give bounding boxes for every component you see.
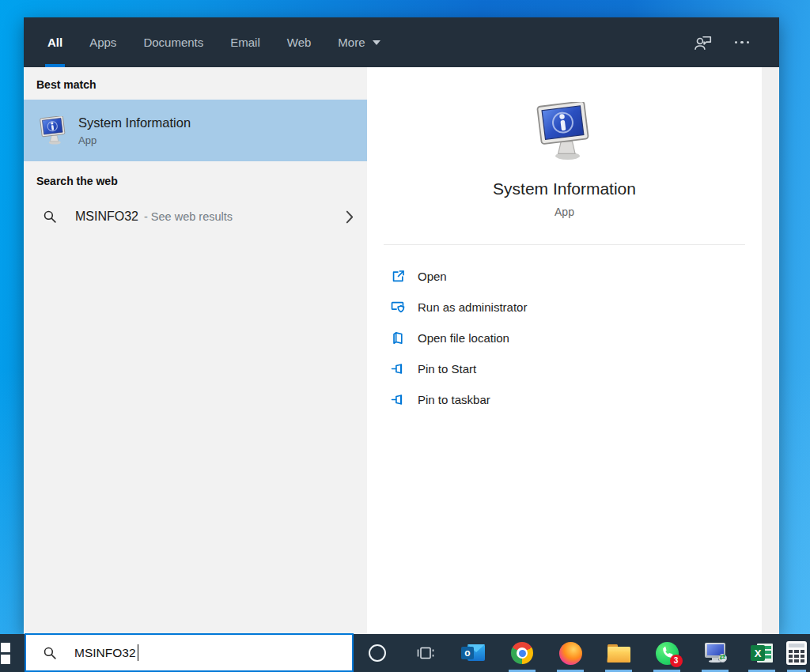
tab-label: All [47, 36, 62, 49]
feedback-button[interactable] [694, 34, 713, 51]
result-title: System Information [78, 115, 191, 130]
best-match-result[interactable]: System Information App [24, 100, 367, 161]
tab-label: Apps [89, 36, 116, 49]
chrome-button[interactable] [505, 634, 539, 672]
details-subtitle: App [555, 206, 574, 218]
desktop-wallpaper: All Apps Documents Email Web More [0, 0, 810, 672]
remote-desktop-button[interactable] [698, 634, 732, 672]
action-label: Run as administrator [418, 300, 527, 314]
scrollbar-gutter [762, 67, 779, 634]
remote-desktop-icon [704, 643, 726, 663]
best-match-text: System Information App [78, 115, 191, 146]
best-match-heading: Best match [24, 67, 367, 100]
expand-web-results-button[interactable] [346, 210, 354, 224]
calculator-button[interactable] [783, 634, 810, 672]
windows-logo-icon [0, 643, 10, 664]
cortana-button[interactable] [360, 634, 395, 672]
outlook-button[interactable]: o [456, 634, 490, 672]
tab-label: Email [230, 36, 260, 49]
run-as-admin-icon [391, 300, 406, 315]
open-icon [391, 269, 406, 284]
action-run-as-administrator[interactable]: Run as administrator [367, 292, 762, 323]
search-input-value: MSINFO32 [74, 646, 136, 660]
text-cursor [138, 644, 139, 661]
pin-icon [391, 392, 406, 407]
file-explorer-button[interactable] [601, 634, 636, 672]
calculator-icon [786, 641, 807, 665]
excel-button[interactable]: X [744, 634, 779, 672]
task-view-button[interactable] [407, 634, 442, 672]
web-suffix: - See web results [144, 210, 233, 223]
task-view-icon [414, 643, 435, 663]
details-pane: System Information App Open [367, 67, 762, 634]
results-pane: Best match System Information App Search… [24, 67, 367, 634]
excel-icon: X [751, 643, 773, 663]
search-results: Best match System Information App Search… [24, 67, 779, 634]
open-file-location-icon [391, 330, 406, 345]
file-explorer-icon [608, 644, 630, 663]
tab-email[interactable]: Email [217, 17, 274, 67]
tab-documents[interactable]: Documents [130, 17, 217, 67]
web-search-result[interactable]: MSINFO32 - See web results [24, 198, 367, 236]
action-list: Open Run as administrator [367, 261, 762, 415]
search-flyout: All Apps Documents Email Web More [24, 17, 779, 634]
tab-label: Documents [143, 36, 203, 49]
web-query: MSINFO32 [75, 210, 138, 224]
cortana-icon [369, 644, 386, 662]
taskbar: MSINFO32 o [0, 634, 810, 672]
action-open[interactable]: Open [367, 261, 762, 292]
action-label: Pin to Start [418, 362, 476, 376]
action-label: Open file location [418, 331, 509, 345]
result-subtitle: App [78, 134, 191, 146]
tab-more[interactable]: More [324, 17, 393, 67]
system-information-icon [532, 102, 597, 162]
search-icon [43, 646, 57, 660]
feedback-icon [694, 34, 713, 51]
notification-badge: 3 [670, 655, 683, 667]
start-button[interactable] [0, 634, 17, 672]
taskbar-search-input[interactable]: MSINFO32 [25, 633, 354, 672]
action-label: Pin to taskbar [418, 393, 490, 406]
chevron-down-icon [373, 40, 380, 45]
pin-icon [391, 361, 406, 376]
firefox-icon [559, 642, 582, 665]
system-information-icon [39, 116, 68, 145]
action-open-file-location[interactable]: Open file location [367, 323, 762, 353]
more-options-button[interactable] [735, 41, 750, 44]
action-pin-to-start[interactable]: Pin to Start [367, 353, 762, 384]
action-pin-to-taskbar[interactable]: Pin to taskbar [367, 384, 762, 415]
tab-all[interactable]: All [34, 17, 76, 67]
search-icon [43, 210, 57, 224]
whatsapp-button[interactable]: 3 [649, 634, 684, 672]
tab-apps[interactable]: Apps [76, 17, 130, 67]
firefox-button[interactable] [553, 634, 588, 672]
search-filter-bar: All Apps Documents Email Web More [24, 17, 779, 67]
action-label: Open [418, 270, 447, 283]
search-web-heading: Search the web [24, 161, 367, 196]
chevron-right-icon [346, 210, 354, 224]
outlook-icon: o [461, 643, 485, 663]
tab-label: Web [287, 36, 312, 49]
topbar-actions [694, 17, 780, 67]
details-title: System Information [493, 179, 636, 198]
tab-web[interactable]: Web [274, 17, 325, 67]
ellipsis-icon [735, 41, 750, 44]
chrome-icon [511, 642, 533, 664]
whatsapp-icon: 3 [656, 642, 679, 665]
tab-label: More [338, 36, 365, 49]
divider [384, 244, 745, 245]
